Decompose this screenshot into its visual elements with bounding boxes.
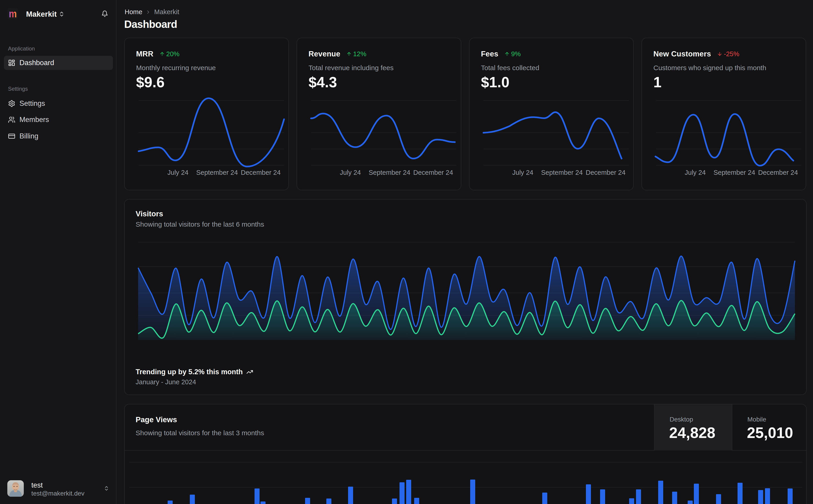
svg-text:m: m: [9, 8, 17, 19]
